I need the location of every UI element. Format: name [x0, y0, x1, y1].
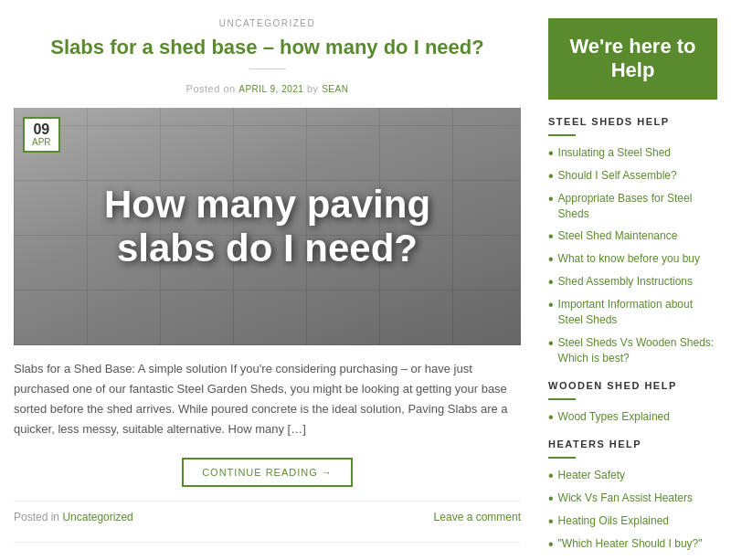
list-item: • Appropriate Bases for Steel Sheds: [548, 191, 717, 222]
sidebar-link-know-before-buy[interactable]: What to know before you buy: [558, 251, 700, 267]
sidebar-link-heating-oils[interactable]: Heating Oils Explained: [558, 513, 669, 529]
sidebar-section-heaters-title: Heaters Help: [548, 438, 717, 449]
list-item: • Wick Vs Fan Assist Heaters: [548, 491, 717, 506]
article-1-title: Slabs for a shed base – how many do I ne…: [14, 36, 521, 59]
sidebar-link-assembly[interactable]: Shed Assembly Instructions: [558, 274, 693, 290]
article-1-leave-comment[interactable]: Leave a comment: [434, 511, 521, 523]
list-item: • Heating Oils Explained: [548, 513, 717, 529]
sidebar-link-insulating[interactable]: Insulating a Steel Shed: [558, 145, 671, 161]
main-content: Uncategorized Slabs for a shed base – ho…: [14, 18, 521, 560]
bullet-icon: •: [548, 469, 554, 483]
sidebar-link-which-heater[interactable]: "Which Heater Should I buy?": [558, 536, 703, 552]
sidebar-section-wooden-sheds: Wooden Shed Help • Wood Types Explained: [548, 380, 717, 425]
list-item: • Heater Safety: [548, 468, 717, 483]
sidebar-link-wood-types[interactable]: Wood Types Explained: [558, 409, 670, 425]
article-1-continue-wrap: Continue Reading →: [14, 458, 521, 487]
article-1-featured-image[interactable]: How many paving slabs do I need?: [14, 108, 521, 345]
list-item: • Insulating a Steel Shed: [548, 145, 717, 161]
bullet-icon: •: [548, 298, 554, 312]
article-1: Uncategorized Slabs for a shed base – ho…: [14, 18, 521, 543]
sidebar-section-steel-sheds-title: Steel Sheds Help: [548, 116, 717, 127]
sidebar-link-steel-vs-wooden[interactable]: Steel Sheds Vs Wooden Sheds: Which is be…: [558, 335, 717, 366]
article-1-excerpt: Slabs for a Shed Base: A simple solution…: [14, 359, 521, 439]
article-1-image-wrap: 09 Apr How many paving slabs do I need?: [14, 108, 521, 345]
article-1-image-text: How many paving slabs do I need?: [86, 183, 449, 271]
sidebar-hero: We're here to Help: [548, 18, 717, 100]
bullet-icon: •: [548, 336, 554, 351]
sidebar-section-wooden-sheds-divider: [548, 398, 576, 400]
article-1-footer-posted: Posted in Uncategorized: [14, 511, 133, 523]
sidebar-section-wooden-sheds-title: Wooden Shed Help: [548, 380, 717, 391]
bullet-icon: •: [548, 410, 554, 425]
sidebar-link-bases[interactable]: Appropriate Bases for Steel Sheds: [558, 191, 717, 222]
sidebar-link-wick-vs-fan[interactable]: Wick Vs Fan Assist Heaters: [558, 491, 693, 506]
article-1-meta: Posted on April 9, 2021 by Sean: [14, 83, 521, 94]
list-item: • Shed Assembly Instructions: [548, 274, 717, 290]
bullet-icon: •: [548, 192, 554, 206]
sidebar-link-heater-safety[interactable]: Heater Safety: [558, 468, 625, 483]
sidebar-section-heaters: Heaters Help • Heater Safety • Wick Vs F…: [548, 438, 717, 560]
sidebar-section-steel-sheds: Steel Sheds Help • Insulating a Steel Sh…: [548, 116, 717, 366]
list-item: • Should I Self Assemble?: [548, 168, 717, 184]
date-badge-day: 09: [32, 122, 51, 137]
list-item: • Steel Shed Maintenance: [548, 228, 717, 244]
bullet-icon: •: [548, 514, 554, 529]
article-1-meta-by: by: [307, 83, 319, 94]
image-text-line1: How many paving: [104, 183, 430, 226]
list-item: • What to know before you buy: [548, 251, 717, 267]
article-1-meta-prefix: Posted on: [186, 83, 236, 94]
article-1-author-link[interactable]: Sean: [322, 84, 348, 94]
sidebar-link-maintenance[interactable]: Steel Shed Maintenance: [558, 228, 678, 244]
list-item: • "Which Heater Should I buy?": [548, 536, 717, 552]
article-1-title-link[interactable]: Slabs for a shed base – how many do I ne…: [50, 36, 483, 58]
article-1-category: Uncategorized: [14, 18, 521, 28]
sidebar-link-important-info[interactable]: Important Information about Steel Sheds: [558, 297, 717, 328]
article-1-date-link[interactable]: April 9, 2021: [238, 84, 303, 94]
list-item: • Wood Types Explained: [548, 409, 717, 425]
sidebar: We're here to Help Steel Sheds Help • In…: [548, 18, 717, 560]
bullet-icon: •: [548, 537, 554, 552]
list-item: • Important Information about Steel Shed…: [548, 297, 717, 328]
bullet-icon: •: [548, 229, 554, 244]
sidebar-section-heaters-divider: [548, 457, 576, 459]
sidebar-section-steel-sheds-divider: [548, 134, 576, 136]
bullet-icon: •: [548, 275, 554, 290]
bullet-icon: •: [548, 491, 554, 506]
article-1-date-badge: 09 Apr: [23, 117, 60, 153]
article-1-footer-category[interactable]: Uncategorized: [62, 511, 132, 523]
bullet-icon: •: [548, 169, 554, 184]
article-1-continue-button[interactable]: Continue Reading →: [182, 458, 353, 487]
list-item: • Steel Sheds Vs Wooden Sheds: Which is …: [548, 335, 717, 366]
sidebar-link-self-assemble[interactable]: Should I Self Assemble?: [558, 168, 677, 184]
article-1-footer: Posted in Uncategorized Leave a comment: [14, 501, 521, 523]
bullet-icon: •: [548, 146, 554, 161]
date-badge-month: Apr: [32, 137, 51, 147]
bullet-icon: •: [548, 252, 554, 267]
article-1-divider: [249, 69, 286, 69]
image-text-line2: slabs do I need?: [117, 227, 418, 269]
